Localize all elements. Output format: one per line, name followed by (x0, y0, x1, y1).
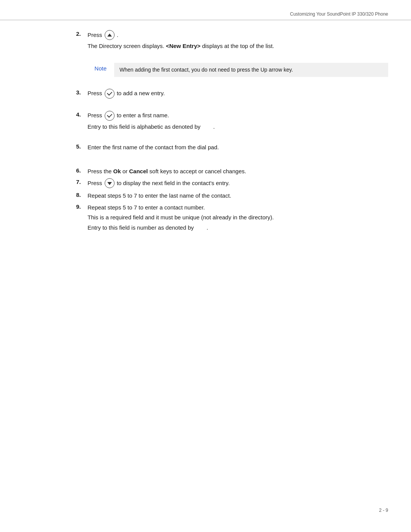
step-2-row: 2. Press . The Directory screen displays… (76, 30, 388, 51)
step-4-text: Press to enter a first name. (88, 112, 169, 118)
step-3: 3. Press to add a new entry. (76, 89, 388, 99)
step-3-row: 3. Press to add a new entry. (76, 89, 388, 99)
up-arrow-icon (105, 30, 115, 40)
down-arrow-icon (105, 178, 115, 188)
check-icon-3 (105, 89, 115, 99)
note-box: When adding the first contact, you do no… (114, 63, 388, 77)
note-section: Note When adding the first contact, you … (76, 63, 388, 77)
step-5-number: 5. (76, 143, 88, 150)
step-4-subtext: Entry to this field is alphabetic as den… (88, 123, 388, 131)
up-arrow-shape (107, 34, 112, 37)
step-4-row: 4. Press to enter a first name. Entry to… (76, 111, 388, 131)
step-7-text: Press to display the next field in the c… (88, 179, 230, 189)
step-5-text: Enter the first name of the contact from… (88, 144, 219, 150)
step-3-number: 3. (76, 89, 88, 96)
step-5-content: Enter the first name of the contact from… (88, 143, 388, 152)
step-6: 6. Press the Ok or Cancel soft keys to a… (76, 167, 388, 176)
step-9-subtext2: Entry to this field is number as denoted… (88, 224, 274, 232)
step-8: 8. Repeat steps 5 to 7 to enter the last… (76, 192, 388, 200)
step-2-subtext: The Directory screen displays. <New Entr… (88, 42, 388, 51)
step-5: 5. Enter the first name of the contact f… (76, 143, 388, 152)
step-4-suffix: to enter a first name. (117, 112, 169, 118)
step-9-content: Repeat steps 5 to 7 to enter a contact n… (88, 203, 274, 232)
step-2-period: . (117, 32, 118, 38)
step-2: 2. Press . The Directory screen displays… (76, 30, 388, 51)
header-divider (0, 20, 411, 20)
step-4-number: 4. (76, 111, 88, 118)
note-label: Note (76, 63, 107, 72)
step-6-text: Press the Ok or Cancel soft keys to acce… (88, 167, 246, 176)
step-3-content: Press to add a new entry. (88, 89, 388, 99)
check-shape-4 (107, 115, 112, 117)
step-5-row: 5. Enter the first name of the contact f… (76, 143, 388, 152)
step-9-text: Repeat steps 5 to 7 to enter a contact n… (88, 203, 274, 212)
page-header: Customizing Your SoundPoint IP 330/320 P… (290, 11, 388, 17)
step-4-content: Press to enter a first name. Entry to th… (88, 111, 388, 131)
main-content: 2. Press . The Directory screen displays… (76, 30, 388, 233)
check-shape-3 (107, 93, 112, 94)
steps-group-6-9: 6. Press the Ok or Cancel soft keys to a… (76, 167, 388, 232)
step-8-text: Repeat steps 5 to 7 to enter the last na… (88, 192, 231, 200)
page-number: 2 - 9 (379, 508, 388, 513)
step-7-suffix: to display the next field in the contact… (117, 180, 230, 186)
step-3-text: Press to add a new entry. (88, 90, 165, 96)
step-4-press-label: Press (88, 112, 102, 118)
step-9: 9. Repeat steps 5 to 7 to enter a contac… (76, 203, 388, 232)
step-2-content: Press . The Directory screen displays. <… (88, 30, 388, 51)
step-9-subtext1: This is a required field and it must be … (88, 213, 274, 222)
step-2-number: 2. (76, 30, 88, 37)
step-9-number: 9. (76, 203, 88, 210)
step-8-number: 8. (76, 192, 88, 198)
step-7-number: 7. (76, 179, 88, 185)
step-2-text: Press . (88, 32, 118, 38)
step-7-press-label: Press (88, 180, 102, 186)
step-2-press-label: Press (88, 32, 102, 38)
step-3-suffix: to add a new entry. (117, 90, 165, 96)
step-4: 4. Press to enter a first name. Entry to… (76, 111, 388, 131)
check-icon-4 (105, 111, 115, 121)
step-7: 7. Press to display the next field in th… (76, 179, 388, 189)
step-6-number: 6. (76, 167, 88, 174)
step-3-press-label: Press (88, 90, 102, 96)
